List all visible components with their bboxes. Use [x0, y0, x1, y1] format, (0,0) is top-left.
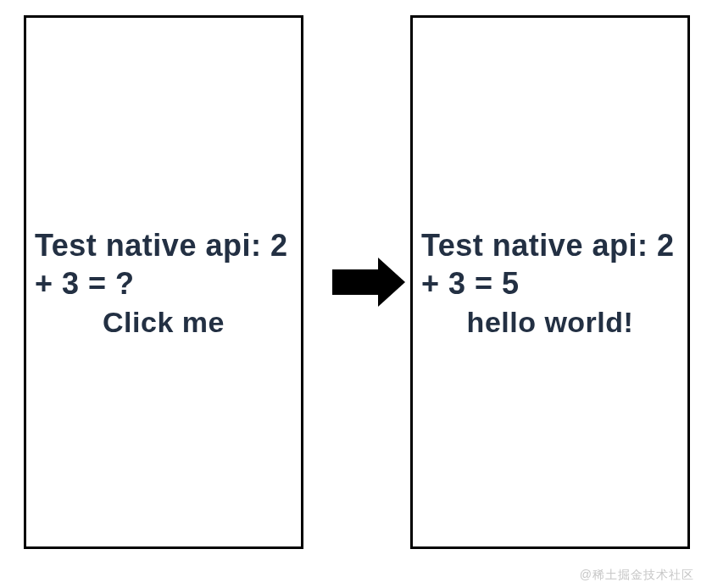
arrow-right-icon — [332, 269, 381, 295]
comparison-stage: Test native api: 2 + 3 = ? Click me Test… — [24, 15, 690, 549]
watermark: @稀土掘金技术社区 — [580, 568, 694, 583]
click-me-button[interactable]: Click me — [35, 306, 292, 339]
result-text-before: Test native api: 2 + 3 = ? — [35, 226, 292, 302]
transition-arrow — [320, 269, 393, 295]
phone-frame-after: Test native api: 2 + 3 = 5 hello world! — [410, 15, 690, 549]
phone-frame-before: Test native api: 2 + 3 = ? Click me — [24, 15, 303, 549]
result-text-after: Test native api: 2 + 3 = 5 — [421, 226, 679, 302]
hello-world-text: hello world! — [421, 306, 679, 339]
